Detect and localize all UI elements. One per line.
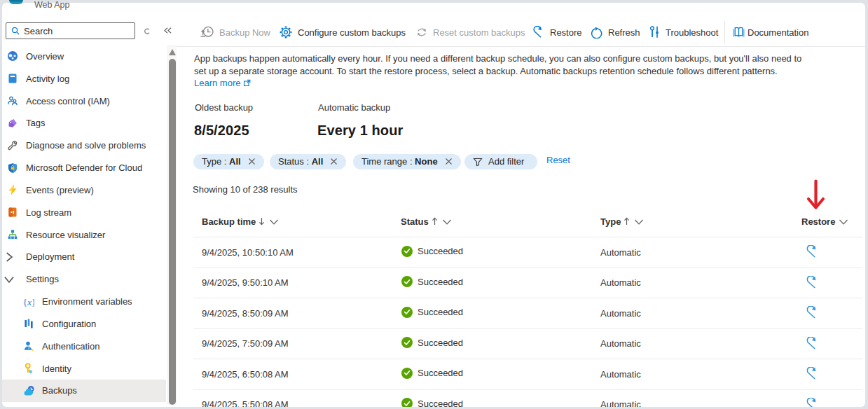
svg-text:{x}: {x} [23, 296, 34, 307]
